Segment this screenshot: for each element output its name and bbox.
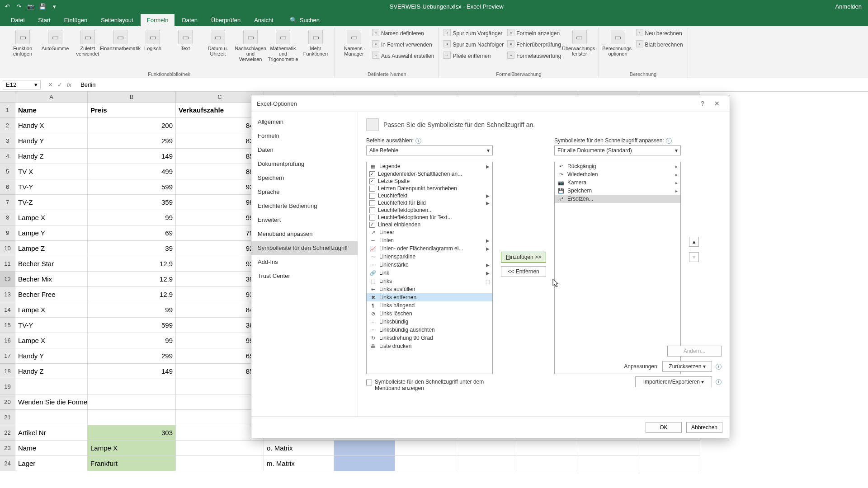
- commands-from-combo[interactable]: Alle Befehle▾: [366, 145, 493, 155]
- command-list-item[interactable]: ▦Legende▶: [367, 162, 492, 170]
- cell[interactable]: Becher Star: [15, 256, 88, 272]
- cell[interactable]: o. Matrix: [264, 441, 334, 456]
- row-header[interactable]: 6: [0, 179, 15, 195]
- row-header[interactable]: 23: [0, 441, 15, 456]
- cell[interactable]: 359: [88, 195, 176, 210]
- command-list-item[interactable]: ¶Links hängend: [367, 301, 492, 310]
- options-nav-item[interactable]: Add-Ins: [251, 255, 358, 269]
- cell[interactable]: 99: [88, 333, 176, 348]
- command-list-item[interactable]: ⇤Links ausfüllen: [367, 285, 492, 293]
- ribbon-button[interactable]: ▫Fehlerüberprüfung: [507, 39, 561, 50]
- cell[interactable]: [578, 441, 639, 456]
- command-list-item[interactable]: Lineal einblenden: [367, 221, 492, 228]
- command-list-item[interactable]: ⬚Links⬚: [367, 277, 492, 285]
- ribbon-button[interactable]: ▫Namen definieren: [372, 28, 434, 38]
- ribbon-button[interactable]: ▭Nachschlagen und Verweisen: [236, 28, 265, 62]
- qat-list-item[interactable]: ↶Rückgängig▸: [555, 162, 680, 170]
- tab-seitenlayout[interactable]: Seitenlayout: [94, 14, 140, 26]
- cell[interactable]: [517, 456, 578, 471]
- signin-link[interactable]: Anmelden: [835, 3, 864, 10]
- show-below-ribbon-checkbox[interactable]: [366, 380, 372, 385]
- cell[interactable]: Lampe Y: [15, 225, 88, 241]
- qat-list-item[interactable]: 💾Speichern▸: [555, 187, 680, 195]
- cell[interactable]: 200: [88, 118, 176, 133]
- cell[interactable]: [578, 456, 639, 471]
- cell[interactable]: [639, 456, 700, 471]
- options-nav-item[interactable]: Trust Center: [251, 269, 358, 283]
- row-header[interactable]: 14: [0, 302, 15, 318]
- cell[interactable]: 599: [88, 179, 176, 195]
- redo-icon[interactable]: ↷: [15, 3, 23, 10]
- command-list-item[interactable]: ─Linien▶: [367, 236, 492, 244]
- row-header[interactable]: 13: [0, 287, 15, 302]
- cell[interactable]: [88, 379, 176, 394]
- cell[interactable]: Wenden Sie die Formel jeweils in der Grü…: [15, 394, 88, 410]
- tab-daten[interactable]: Daten: [175, 14, 204, 26]
- ribbon-button[interactable]: ▭Datum u. Uhrzeit: [203, 28, 232, 56]
- command-list-item[interactable]: ✖Links entfernen: [367, 293, 492, 301]
- help-button[interactable]: ?: [695, 100, 710, 107]
- tab-ueberpruefen[interactable]: Überprüfen: [205, 14, 247, 26]
- cell[interactable]: TV X: [15, 164, 88, 179]
- info-icon[interactable]: i: [415, 138, 421, 144]
- cell[interactable]: [334, 456, 395, 471]
- name-box[interactable]: E12▾: [3, 80, 41, 89]
- formula-input[interactable]: Berlin: [76, 81, 868, 88]
- ribbon-button[interactable]: ▭Finanzmathematik: [106, 28, 135, 51]
- info-icon[interactable]: i: [716, 364, 722, 370]
- qat-list-item[interactable]: 📷Kamera▸: [555, 178, 680, 187]
- ribbon-button[interactable]: ▫Blatt berechnen: [636, 39, 683, 50]
- command-list-item[interactable]: ≡Linienstärke▶: [367, 261, 492, 269]
- options-nav-item[interactable]: Symbolleiste für den Schnellzugriff: [251, 241, 358, 255]
- cell[interactable]: 499: [88, 164, 176, 179]
- cell[interactable]: 99: [88, 210, 176, 225]
- cell[interactable]: [456, 441, 517, 456]
- ribbon-button[interactable]: ▫Formelauswertung: [507, 51, 561, 61]
- cell[interactable]: Name: [15, 103, 88, 118]
- cell[interactable]: Name: [15, 441, 88, 456]
- cell[interactable]: 39: [88, 241, 176, 256]
- cell[interactable]: Becher Free: [15, 287, 88, 302]
- options-nav-item[interactable]: Daten: [251, 143, 358, 157]
- options-nav-item[interactable]: Speichern: [251, 171, 358, 185]
- command-list-item[interactable]: Legendenfelder-Schaltflächen an...: [367, 170, 492, 178]
- options-nav-item[interactable]: Sprache: [251, 185, 358, 199]
- ribbon-button[interactable]: ▭Zuletzt verwendet: [73, 28, 102, 56]
- cell[interactable]: 299: [88, 133, 176, 149]
- tab-datei[interactable]: Datei: [5, 14, 31, 26]
- ueberwachungsfenster-button[interactable]: ▭Überwachungs-fenster: [565, 28, 594, 56]
- save-icon[interactable]: 💾: [39, 3, 46, 10]
- command-list-item[interactable]: ⊘Links löschen: [367, 310, 492, 318]
- options-nav-item[interactable]: Erleichterte Bedienung: [251, 199, 358, 213]
- ribbon-button[interactable]: ▭Funktion einfügen: [8, 28, 37, 56]
- cell[interactable]: Lampe X: [88, 441, 176, 456]
- cell[interactable]: Lampe X: [15, 302, 88, 318]
- row-header[interactable]: 20: [0, 394, 15, 410]
- cell[interactable]: TV-Z: [15, 195, 88, 210]
- row-header[interactable]: 12: [0, 272, 15, 287]
- cell[interactable]: TV-Y: [15, 179, 88, 195]
- row-header[interactable]: 18: [0, 364, 15, 379]
- move-down-button[interactable]: ▼: [689, 252, 699, 262]
- enter-icon[interactable]: ✓: [57, 81, 62, 88]
- cell[interactable]: 69: [88, 225, 176, 241]
- row-header[interactable]: 19: [0, 379, 15, 394]
- row-header[interactable]: 16: [0, 333, 15, 348]
- command-list-item[interactable]: Letzten Datenpunkt hervorheben: [367, 185, 492, 192]
- options-nav-item[interactable]: Allgemein: [251, 115, 358, 129]
- undo-icon[interactable]: ↶: [4, 3, 11, 10]
- cell[interactable]: [395, 456, 456, 471]
- cell[interactable]: [395, 441, 456, 456]
- camera-icon[interactable]: 📷: [27, 3, 34, 10]
- move-up-button[interactable]: ▲: [689, 237, 699, 247]
- info-icon[interactable]: i: [716, 379, 722, 385]
- qat-list-item[interactable]: ↷Wiederholen▸: [555, 170, 680, 178]
- cell[interactable]: 12,9: [88, 287, 176, 302]
- import-export-button[interactable]: Importieren/Exportieren ▾: [635, 376, 712, 387]
- ribbon-button[interactable]: ▫Spur zum Nachfolger: [443, 39, 504, 50]
- options-nav-item[interactable]: Formeln: [251, 129, 358, 143]
- ribbon-button[interactable]: ▫Spur zum Vorgänger: [443, 28, 504, 38]
- cell[interactable]: [176, 441, 264, 456]
- ribbon-button[interactable]: ▫Aus Auswahl erstellen: [372, 51, 434, 61]
- cell[interactable]: [456, 456, 517, 471]
